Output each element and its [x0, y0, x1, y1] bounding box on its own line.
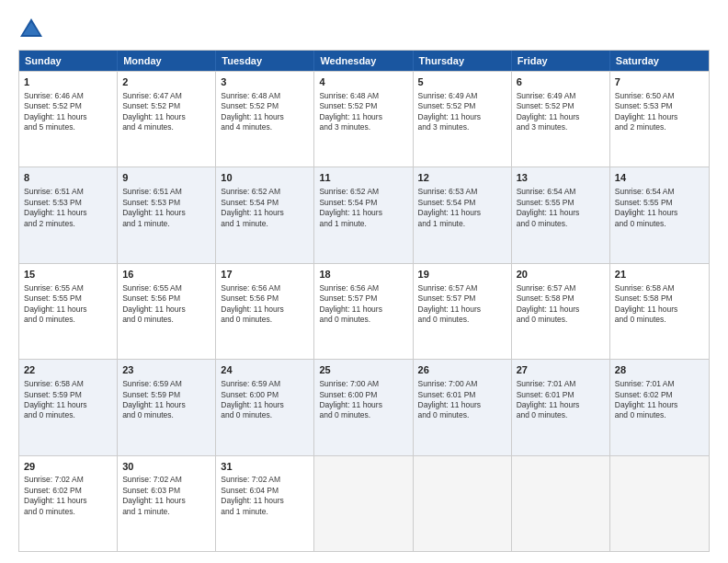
cell-line: and 0 minutes.: [418, 315, 506, 325]
cell-line: Daylight: 11 hours: [517, 400, 605, 410]
cell-line: Sunset: 6:00 PM: [221, 390, 309, 400]
empty-cell: [314, 456, 413, 551]
cell-line: and 0 minutes.: [615, 410, 704, 420]
cell-line: Daylight: 11 hours: [122, 208, 210, 218]
cell-line: Daylight: 11 hours: [615, 400, 704, 410]
cell-line: Sunset: 5:54 PM: [221, 198, 309, 208]
day-cell-1: 1Sunrise: 6:46 AMSunset: 5:52 PMDaylight…: [19, 72, 118, 167]
cell-line: Sunset: 5:53 PM: [24, 198, 112, 208]
cell-line: Sunrise: 7:02 AM: [122, 475, 210, 485]
day-number: 13: [517, 171, 605, 185]
day-cell-15: 15Sunrise: 6:55 AMSunset: 5:55 PMDayligh…: [19, 264, 118, 359]
cell-line: Daylight: 11 hours: [24, 304, 112, 315]
cell-line: and 3 minutes.: [517, 122, 605, 132]
cell-line: and 0 minutes.: [221, 410, 309, 420]
day-cell-2: 2Sunrise: 6:47 AMSunset: 5:52 PMDaylight…: [118, 72, 216, 167]
cell-line: Daylight: 11 hours: [221, 400, 309, 410]
cell-line: Sunrise: 7:01 AM: [517, 379, 605, 389]
cell-line: Sunrise: 6:56 AM: [319, 283, 407, 293]
day-number: 2: [122, 75, 210, 89]
day-number: 18: [319, 268, 407, 282]
cell-line: Sunset: 5:56 PM: [122, 293, 210, 304]
cell-line: Daylight: 11 hours: [615, 208, 704, 218]
empty-cell: [610, 456, 709, 551]
cell-line: Sunset: 5:52 PM: [24, 101, 112, 111]
cell-line: and 0 minutes.: [24, 507, 112, 517]
day-number: 24: [221, 363, 309, 377]
day-cell-29: 29Sunrise: 7:02 AMSunset: 6:02 PMDayligh…: [19, 456, 118, 551]
day-number: 23: [122, 363, 210, 377]
page: SundayMondayTuesdayWednesdayThursdayFrid…: [0, 0, 728, 563]
cell-line: Sunset: 5:57 PM: [319, 293, 407, 304]
cell-line: Sunset: 6:02 PM: [24, 486, 112, 496]
cell-line: and 4 minutes.: [221, 122, 309, 132]
cell-line: Sunrise: 6:59 AM: [221, 379, 309, 389]
cell-line: Sunset: 5:58 PM: [517, 293, 605, 304]
cell-line: Sunrise: 6:51 AM: [24, 187, 112, 197]
cell-line: Daylight: 11 hours: [319, 112, 407, 122]
day-number: 9: [122, 171, 210, 185]
day-header-sunday: Sunday: [19, 51, 118, 71]
cell-line: Sunset: 5:59 PM: [24, 390, 112, 400]
cell-line: and 0 minutes.: [24, 410, 112, 420]
calendar-row-3: 15Sunrise: 6:55 AMSunset: 5:55 PMDayligh…: [19, 263, 709, 359]
calendar-header: SundayMondayTuesdayWednesdayThursdayFrid…: [19, 51, 709, 71]
cell-line: Sunset: 5:55 PM: [517, 198, 605, 208]
cell-line: Sunset: 5:59 PM: [122, 390, 210, 400]
day-cell-13: 13Sunrise: 6:54 AMSunset: 5:55 PMDayligh…: [512, 167, 610, 262]
day-number: 17: [221, 268, 309, 282]
day-number: 7: [615, 75, 704, 89]
day-number: 26: [418, 363, 506, 377]
cell-line: Sunrise: 6:54 AM: [615, 187, 704, 197]
cell-line: Daylight: 11 hours: [24, 208, 112, 218]
cell-line: Sunrise: 7:00 AM: [319, 379, 407, 389]
day-cell-14: 14Sunrise: 6:54 AMSunset: 5:55 PMDayligh…: [610, 167, 709, 262]
cell-line: Sunset: 5:53 PM: [615, 101, 704, 111]
cell-line: and 1 minute.: [122, 507, 210, 517]
cell-line: and 0 minutes.: [615, 219, 704, 229]
cell-line: Sunrise: 6:48 AM: [221, 91, 309, 101]
cell-line: Daylight: 11 hours: [122, 496, 210, 506]
cell-line: Sunrise: 6:51 AM: [122, 187, 210, 197]
day-number: 10: [221, 171, 309, 185]
cell-line: Sunrise: 6:49 AM: [517, 91, 605, 101]
day-number: 20: [517, 268, 605, 282]
cell-line: Daylight: 11 hours: [319, 304, 407, 315]
cell-line: and 3 minutes.: [418, 122, 506, 132]
cell-line: Sunset: 5:52 PM: [122, 101, 210, 111]
cell-line: Sunrise: 6:49 AM: [418, 91, 506, 101]
day-number: 19: [418, 268, 506, 282]
cell-line: Sunrise: 6:55 AM: [122, 283, 210, 293]
day-header-wednesday: Wednesday: [314, 51, 413, 71]
day-cell-12: 12Sunrise: 6:53 AMSunset: 5:54 PMDayligh…: [414, 167, 512, 262]
cell-line: and 5 minutes.: [24, 122, 112, 132]
cell-line: Daylight: 11 hours: [24, 112, 112, 122]
cell-line: Daylight: 11 hours: [418, 208, 506, 218]
day-cell-3: 3Sunrise: 6:48 AMSunset: 5:52 PMDaylight…: [216, 72, 314, 167]
cell-line: Sunrise: 6:57 AM: [418, 283, 506, 293]
day-number: 30: [122, 460, 210, 474]
empty-cell: [414, 456, 512, 551]
cell-line: Daylight: 11 hours: [122, 112, 210, 122]
day-number: 27: [517, 363, 605, 377]
calendar: SundayMondayTuesdayWednesdayThursdayFrid…: [18, 50, 710, 552]
cell-line: Daylight: 11 hours: [615, 304, 704, 315]
cell-line: Sunrise: 6:55 AM: [24, 283, 112, 293]
day-header-saturday: Saturday: [610, 51, 709, 71]
calendar-row-4: 22Sunrise: 6:58 AMSunset: 5:59 PMDayligh…: [19, 359, 709, 454]
day-number: 4: [319, 75, 407, 89]
day-number: 14: [615, 171, 704, 185]
day-number: 22: [24, 363, 112, 377]
cell-line: Sunrise: 6:56 AM: [221, 283, 309, 293]
calendar-row-5: 29Sunrise: 7:02 AMSunset: 6:02 PMDayligh…: [19, 455, 709, 551]
cell-line: and 4 minutes.: [122, 122, 210, 132]
cell-line: Sunrise: 7:00 AM: [418, 379, 506, 389]
day-number: 28: [615, 363, 704, 377]
cell-line: Sunset: 5:53 PM: [122, 198, 210, 208]
logo-icon: [18, 17, 44, 42]
cell-line: Sunset: 5:52 PM: [319, 101, 407, 111]
day-cell-10: 10Sunrise: 6:52 AMSunset: 5:54 PMDayligh…: [216, 167, 314, 262]
cell-line: Sunset: 6:00 PM: [319, 390, 407, 400]
day-number: 5: [418, 75, 506, 89]
cell-line: Daylight: 11 hours: [517, 112, 605, 122]
